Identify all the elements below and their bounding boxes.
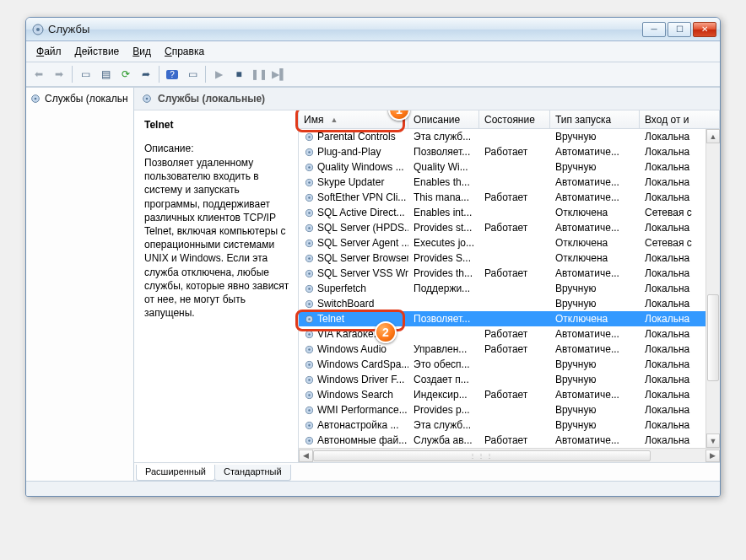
sort-asc-icon: ▲: [330, 116, 338, 124]
cell-name: SoftEther VPN Cli...: [299, 191, 408, 203]
service-row[interactable]: Quality Windows ...Quality Wi...ВручнуюЛ…: [299, 159, 705, 175]
hscroll-track[interactable]: ⋮⋮⋮: [313, 450, 705, 462]
service-row[interactable]: SQL Server Agent ...Executes jo...Отключ…: [299, 235, 705, 250]
menu-help[interactable]: Справка: [159, 44, 209, 59]
cell-start: Вручную: [550, 419, 640, 431]
window-title: Службы: [48, 23, 641, 35]
cell-name: SQL Server Agent ...: [299, 237, 408, 249]
cell-start: Автоматиче...: [550, 191, 640, 203]
col-header-name[interactable]: Имя ▲: [299, 110, 408, 128]
service-row[interactable]: SoftEther VPN Cli...This mana...Работает…: [299, 190, 705, 205]
service-row[interactable]: Parental ControlsЭта служб...ВручнуюЛока…: [299, 129, 705, 144]
services-app-icon: [31, 23, 45, 36]
help-button[interactable]: ?: [163, 65, 181, 83]
service-row[interactable]: Автонастройка ...Эта служб...ВручнуюЛока…: [299, 417, 705, 433]
svg-point-25: [308, 272, 310, 274]
scroll-up-button[interactable]: ▲: [706, 129, 720, 143]
column-headers: Имя ▲ Описание Состояние Тип запуска Вхо…: [299, 110, 720, 129]
scroll-left-button[interactable]: ◀: [299, 450, 313, 462]
service-list[interactable]: Parental ControlsЭта служб...ВручнуюЛока…: [299, 129, 705, 448]
svg-point-35: [308, 348, 310, 350]
service-row[interactable]: SwitchBoardВручнуюЛокальна: [299, 296, 705, 311]
menu-file[interactable]: Файл: [31, 44, 67, 59]
cell-name: SQL Server (HPDS...: [299, 222, 408, 234]
col-header-logon[interactable]: Вход от и: [640, 110, 720, 128]
service-row[interactable]: Windows SearchИндексир...РаботаетАвтомат…: [299, 387, 705, 402]
cell-name: Parental Controls: [299, 131, 408, 143]
service-row[interactable]: SQL Active Direct...Enables int...Отключ…: [299, 205, 705, 220]
service-row[interactable]: SQL Server VSS Wr...Provides th...Работа…: [299, 266, 705, 281]
cell-start: Автоматиче...: [550, 146, 640, 158]
horizontal-scrollbar[interactable]: ◀ ⋮⋮⋮ ▶: [299, 448, 720, 462]
cell-state: Работает: [479, 434, 550, 446]
cell-desc: Provides S...: [408, 252, 479, 264]
cell-desc: Служба ав...: [408, 434, 479, 446]
nav-item-services[interactable]: Службы (локальн: [26, 91, 133, 106]
back-button[interactable]: ⬅: [30, 65, 48, 83]
service-row[interactable]: TelnetПозволяет...ОтключенаЛокальна: [299, 311, 705, 326]
maximize-button[interactable]: ☐: [668, 22, 691, 37]
menu-action[interactable]: Действие: [70, 44, 125, 59]
list-pane: Имя ▲ Описание Состояние Тип запуска Вхо…: [299, 110, 720, 462]
cell-name: Plug-and-Play: [299, 146, 408, 158]
cell-logon: Локальна: [640, 191, 705, 203]
action-pane-button[interactable]: ▭: [183, 65, 202, 83]
cell-logon: Локальна: [640, 176, 705, 188]
forward-button[interactable]: ➡: [50, 65, 68, 83]
svg-point-29: [308, 303, 310, 304]
close-button[interactable]: ✕: [693, 22, 716, 37]
cell-logon: Локальна: [640, 343, 705, 355]
show-hide-button[interactable]: ▭: [76, 65, 95, 83]
tab-standard[interactable]: Стандартный: [214, 465, 291, 481]
pause-service-button[interactable]: ❚❚: [250, 65, 268, 83]
service-row[interactable]: Автономные фай...Служба ав...РаботаетАвт…: [299, 433, 705, 448]
service-row[interactable]: WMI Performance...Provides p...ВручнуюЛо…: [299, 402, 705, 417]
col-header-desc[interactable]: Описание: [408, 110, 479, 128]
vertical-scrollbar[interactable]: ▲ ▼: [705, 129, 720, 448]
service-row[interactable]: SQL Server (HPDS...Provides st...Работае…: [299, 220, 705, 235]
service-row[interactable]: Windows Driver F...Создает п...ВручнуюЛо…: [299, 372, 705, 387]
scroll-thumb[interactable]: [707, 294, 719, 381]
scroll-track[interactable]: [706, 143, 720, 433]
cell-logon: Локальна: [640, 389, 705, 401]
service-row[interactable]: Plug-and-PlayПозволяет...РаботаетАвтомат…: [299, 144, 705, 159]
service-row[interactable]: SQL Server BrowserProvides S...Отключена…: [299, 250, 705, 266]
export-button[interactable]: ➦: [137, 65, 155, 83]
description-pane: Telnet Описание: Позволяет удаленному по…: [134, 110, 299, 462]
properties-button[interactable]: ▤: [96, 65, 115, 83]
menu-view[interactable]: Вид: [127, 44, 156, 59]
restart-service-button[interactable]: ▶▌: [270, 65, 289, 83]
scroll-down-button[interactable]: ▼: [706, 433, 720, 448]
cell-logon: Локальна: [640, 419, 705, 431]
minimize-button[interactable]: ─: [642, 22, 666, 37]
service-row[interactable]: Skype UpdaterEnables th...Автоматиче...Л…: [299, 175, 705, 190]
svg-point-21: [308, 242, 310, 244]
cell-desc: Эта служб...: [408, 131, 479, 143]
cell-name: Windows Audio: [299, 343, 408, 355]
cell-desc: Позволяет...: [408, 146, 479, 158]
workspace: Службы (локальн Службы (локальные) Telne…: [26, 87, 720, 481]
service-row[interactable]: Windows AudioУправлен...РаботаетАвтомати…: [299, 342, 705, 357]
svg-point-23: [308, 257, 310, 259]
start-service-button[interactable]: ▶: [209, 65, 228, 83]
service-row[interactable]: SuperfetchПоддержи...ВручнуюЛокальна: [299, 281, 705, 296]
service-row[interactable]: Windows CardSpa...Это обесп...ВручнуюЛок…: [299, 357, 705, 372]
cell-desc: Позволяет...: [408, 313, 479, 325]
refresh-button[interactable]: ⟳: [116, 65, 135, 83]
cell-logon: Локальна: [640, 358, 705, 370]
hscroll-thumb[interactable]: ⋮⋮⋮: [313, 450, 651, 461]
cell-state: Работает: [479, 146, 550, 158]
stop-service-button[interactable]: ■: [230, 65, 248, 83]
scroll-right-button[interactable]: ▶: [705, 450, 720, 462]
titlebar[interactable]: Службы ─ ☐ ✕: [26, 18, 720, 41]
service-row[interactable]: VIA Karaoke...РаботаетАвтоматиче...Локал…: [299, 326, 705, 342]
cell-name: Superfetch: [299, 283, 408, 294]
content-area: Службы (локальные) Telnet Описание: Позв…: [134, 88, 720, 481]
cell-desc: Индексир...: [408, 389, 479, 401]
col-header-start[interactable]: Тип запуска: [550, 110, 640, 128]
cell-state: Работает: [479, 328, 550, 340]
tab-extended[interactable]: Расширенный: [136, 465, 215, 481]
cell-logon: Локальна: [640, 161, 705, 173]
cell-start: Отключена: [550, 237, 640, 249]
col-header-state[interactable]: Состояние: [479, 110, 550, 128]
